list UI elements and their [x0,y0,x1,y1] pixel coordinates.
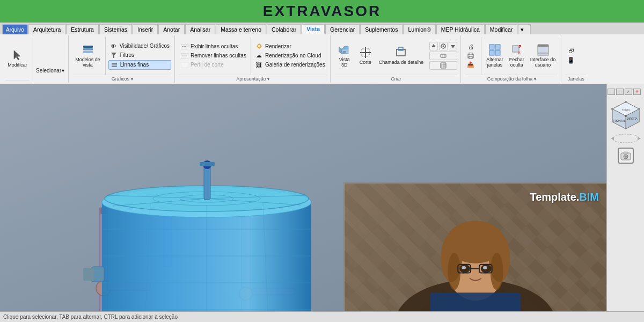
exibir-linhas-button[interactable]: Exibir linhas ocultas [179,42,248,51]
modify-button[interactable]: Modificar [5,48,30,69]
svg-point-135 [625,156,627,158]
view-cube-container: TOPO DIREITA FRONTAL [610,99,642,143]
alternar-janelas-button[interactable]: Alternarjanelas [484,42,506,69]
nav-control-5[interactable] [429,61,457,70]
nav-control-3[interactable] [449,42,457,50]
interface-usuario-button[interactable]: Interface dousuário [528,42,558,69]
tab-inserir[interactable]: Inserir [133,24,158,34]
tab-colaborar[interactable]: Colaborar [267,24,301,34]
selecionar-dropdown[interactable]: Selecionar ▾ [34,67,66,74]
status-message: Clique para selecionar, TAB para alterna… [3,314,178,320]
nav-control-2[interactable] [439,42,448,50]
vista3d-label: Vista3D [339,57,350,68]
window-icon-1: 🗗 [567,47,575,55]
orbit-arrows[interactable] [610,134,642,143]
svg-point-129 [625,115,627,117]
chamada-detalhe-button[interactable]: Chamada de detalhe [377,45,426,66]
svg-marker-0 [14,50,20,60]
scene-container: Template.BIM [0,84,606,311]
tab-arquivo[interactable]: Arquivo [2,24,28,34]
window-controls: ─ □ ⤢ ✕ [608,89,641,95]
camera-button[interactable] [618,148,634,164]
group-sheet-label: Composição da folha ▾ [465,75,558,82]
restore-button[interactable]: □ [616,89,624,95]
tab-gerenciar[interactable]: Gerenciar [325,24,360,34]
tab-sistemas[interactable]: Sistemas [99,24,132,34]
fechar-oculta-label: Fecharoculta [509,57,524,68]
svg-rect-43 [469,53,472,55]
export-icon: 📤 [467,61,474,69]
corte-button[interactable]: Corte [356,45,375,66]
vista3d-button[interactable]: 3D Vista3D [335,42,354,69]
group-presentation-label: Apresentação ▾ [179,75,327,82]
tab-anotar[interactable]: Anotar [158,24,185,34]
filter-icon [110,52,118,59]
ribbon-tab-bar: Arquivo Arquitetura Estrutura Sistemas I… [0,23,644,34]
svg-point-113 [462,266,466,269]
linhas-finas-button[interactable]: Linhas finas [108,60,171,70]
title-banner: EXTRAVASOR [0,0,644,23]
lines-icon [111,61,118,69]
tab-massa-terreno[interactable]: Massa e terreno [216,24,266,34]
tab-estrutura[interactable]: Estrutura [66,24,99,34]
tab-modificar[interactable]: Modificar [485,24,518,34]
svg-rect-45 [489,45,494,49]
page-title: EXTRAVASOR [263,3,381,20]
svg-text:FRONTAL: FRONTAL [613,119,625,122]
3d-icon: 3D [338,43,351,56]
group-janelas: 🗗 📱 Janelas [562,35,589,83]
webcam-overlay: Template.BIM [343,182,606,311]
filtros-label: Filtros [120,52,134,58]
group-janelas-items: 🗗 📱 [566,36,586,75]
group-modify: Modificar [2,35,33,83]
renderizar-button[interactable]: Renderizar [254,42,327,51]
linhas-finas-label: Linhas finas [120,62,149,68]
group-graphics-label: Gráficos ▾ [73,75,171,82]
hidden-lines-icon [181,43,188,50]
render-cloud-button[interactable]: ☁ Renderização no Cloud [254,52,327,60]
janelas-small-2[interactable]: 📱 [566,56,576,64]
visibilidade-graficos-button[interactable]: 👁 Visibilidade/ Gráficos [108,42,171,50]
group-create-items: 3D Vista3D Corte [335,36,458,75]
tab-arquitetura[interactable]: Arquitetura [28,24,65,34]
tab-mep[interactable]: MEP Hidráulica [436,24,485,34]
template-bim-watermark: Template.BIM [530,191,599,203]
fechar-oculta-button[interactable]: ✕ Fecharoculta [507,42,526,69]
modelos-vista-button[interactable]: Modelos devista [73,42,103,69]
sep3 [481,37,481,75]
export-btn[interactable]: 📤 [465,61,476,69]
selecionar-label: Selecionar [36,68,61,74]
maximize-button[interactable]: ⤢ [625,89,632,95]
print2-icon [467,52,474,60]
alternar-janelas-label: Alternarjanelas [486,57,503,68]
filtros-button[interactable]: Filtros [108,51,171,60]
view-cube-svg[interactable]: TOPO DIREITA FRONTAL [610,99,642,131]
tab-analisar[interactable]: Analisar [185,24,215,34]
tab-extra[interactable]: ▾ [518,24,531,34]
galeria-render-button[interactable]: 🖼 Galeria de renderizações [254,61,327,69]
svg-rect-12 [181,62,188,68]
svg-rect-47 [489,50,494,55]
chamada-detalhe-label: Chamada de detalhe [379,60,424,65]
remover-linhas-button[interactable]: Remover linhas ocultas [179,52,248,60]
tab-vista[interactable]: Vista [302,24,325,34]
svg-rect-3 [83,46,93,48]
tab-suplementos[interactable]: Suplementos [360,24,402,34]
nav-control-1[interactable] [429,42,438,50]
print-btn[interactable]: 🖨 [465,42,476,51]
group-modify-label [5,80,30,82]
svg-point-128 [611,108,613,110]
exibir-linhas-label: Exibir linhas ocultas [191,43,238,49]
group-modify-items: Modificar [5,36,30,80]
viewport-3d[interactable]: Template.BIM [0,84,606,311]
svg-point-114 [483,266,487,269]
ribbon: Arquivo Arquitetura Estrutura Sistemas I… [0,23,644,84]
print2-btn[interactable] [465,52,476,60]
nav-control-4[interactable] [429,52,457,60]
close-button[interactable]: ✕ [633,89,641,95]
minimize-button[interactable]: ─ [608,89,615,95]
svg-text:3D: 3D [342,50,345,53]
tab-lumion[interactable]: Lumion® [403,24,435,34]
janelas-small-1[interactable]: 🗗 [566,47,576,55]
perfil-corte-button[interactable]: Perfil de corte [179,61,248,69]
